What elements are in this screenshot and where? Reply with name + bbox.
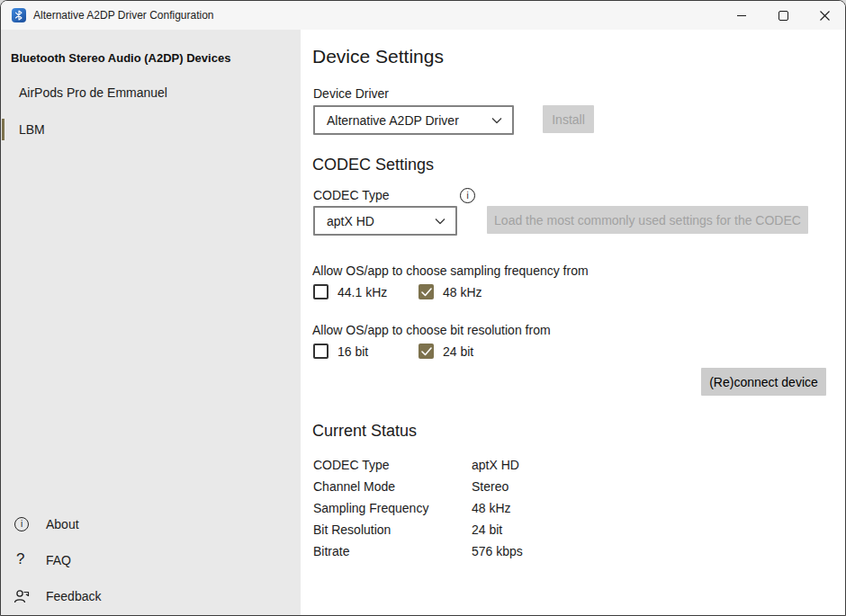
main-content: Device Settings Device Driver Alternativ… <box>301 30 845 615</box>
checkbox-48-khz-label: 48 kHz <box>443 285 482 299</box>
codec-type-label: CODEC Type <box>313 188 390 202</box>
bit-resolution-label: Allow OS/app to choose bit resolution fr… <box>312 323 551 337</box>
bluetooth-audio-app-icon <box>12 8 26 22</box>
minimize-button[interactable] <box>721 1 762 30</box>
reconnect-device-button[interactable]: (Re)connect device <box>701 368 826 396</box>
device-label: LBM <box>19 122 45 137</box>
sidebar-header: Bluetooth Stereo Audio (A2DP) Devices <box>11 51 230 65</box>
app-window: Alternative A2DP Driver Configuration Bl… <box>0 0 846 616</box>
info-icon: i <box>14 517 29 531</box>
check-icon <box>421 347 432 356</box>
sidebar-item-about[interactable]: i About <box>1 511 301 538</box>
status-label: Bitrate <box>313 544 349 558</box>
chevron-down-icon <box>435 218 446 224</box>
sidebar-item-faq[interactable]: ? FAQ <box>1 547 301 574</box>
sidebar-device-airpods[interactable]: AirPods Pro de Emmanuel <box>1 80 301 105</box>
maximize-icon <box>778 11 788 21</box>
chevron-down-icon <box>491 117 502 123</box>
codec-settings-heading: CODEC Settings <box>312 156 434 174</box>
device-driver-select[interactable]: Alternative A2DP Driver <box>313 105 514 135</box>
codec-type-value: aptX HD <box>327 214 374 228</box>
status-label: Bit Resolution <box>313 522 391 537</box>
checkbox-16-bit-label: 16 bit <box>338 344 368 359</box>
status-value: 576 kbps <box>472 544 523 558</box>
checkbox-16-bit[interactable] <box>313 344 328 359</box>
codec-type-select[interactable]: aptX HD <box>313 206 457 236</box>
current-status-heading: Current Status <box>312 422 417 441</box>
about-label: About <box>46 517 79 531</box>
codec-info-icon[interactable]: i <box>460 188 475 203</box>
device-settings-heading: Device Settings <box>312 46 444 67</box>
checkbox-44-1-khz[interactable] <box>313 284 328 299</box>
titlebar: Alternative A2DP Driver Configuration <box>1 1 845 30</box>
feedback-label: Feedback <box>46 589 101 603</box>
status-value: aptX HD <box>472 458 519 472</box>
checkbox-24-bit-label: 24 bit <box>443 344 473 359</box>
window-title: Alternative A2DP Driver Configuration <box>33 9 214 22</box>
checkbox-48-khz[interactable] <box>418 284 434 299</box>
sidebar: Bluetooth Stereo Audio (A2DP) Devices Ai… <box>1 30 301 615</box>
close-icon <box>820 11 830 21</box>
check-icon <box>421 288 432 297</box>
minimize-icon <box>737 15 746 16</box>
device-driver-value: Alternative A2DP Driver <box>327 113 459 128</box>
device-driver-label: Device Driver <box>313 86 389 101</box>
status-value: 24 bit <box>472 522 502 537</box>
sidebar-item-feedback[interactable]: Feedback <box>1 583 301 610</box>
status-label: Sampling Frequency <box>313 501 428 515</box>
checkbox-24-bit[interactable] <box>418 344 434 359</box>
status-label: CODEC Type <box>313 458 390 472</box>
device-label: AirPods Pro de Emmanuel <box>19 85 167 100</box>
selected-accent-bar <box>2 119 4 140</box>
close-button[interactable] <box>804 1 845 30</box>
install-button[interactable]: Install <box>543 105 594 133</box>
feedback-icon <box>14 589 31 603</box>
load-codec-settings-button[interactable]: Load the most commonly used settings for… <box>487 206 808 234</box>
faq-label: FAQ <box>46 553 71 567</box>
sampling-frequency-label: Allow OS/app to choose sampling frequenc… <box>312 263 589 278</box>
question-icon: ? <box>16 550 24 568</box>
status-value: 48 kHz <box>472 501 511 515</box>
maximize-button[interactable] <box>762 1 804 30</box>
status-label: Channel Mode <box>313 479 395 494</box>
checkbox-44-1-khz-label: 44.1 kHz <box>338 285 387 299</box>
sidebar-device-lbm[interactable]: LBM <box>1 117 301 142</box>
status-value: Stereo <box>472 479 508 494</box>
